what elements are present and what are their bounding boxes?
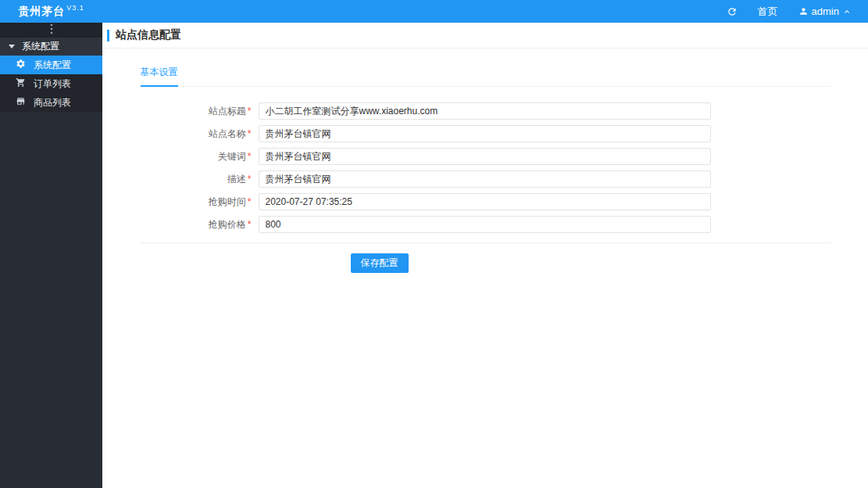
gear-icon (16, 59, 26, 71)
sidebar-group-system-config[interactable]: 系统配置 (0, 38, 102, 56)
sidebar-collapse-toggle[interactable] (0, 23, 102, 38)
required-asterisk: * (248, 219, 252, 230)
site-config-form: 站点标题* 站点名称* 关键词* 描述* 抢购时间* 抢购价格* (141, 102, 830, 233)
username: admin (812, 5, 839, 17)
field-label: 抢购时间 (209, 196, 246, 207)
field-label: 站点名称 (209, 128, 246, 139)
brand-name: 贵州茅台 (18, 5, 65, 17)
tab-basic-settings[interactable]: 基本设置 (141, 59, 178, 87)
save-config-button[interactable]: 保存配置 (351, 253, 409, 273)
chevron-up-icon (842, 7, 852, 16)
field-label: 抢购价格 (209, 219, 246, 230)
sidebar-item-gear[interactable]: 系统配置 (0, 56, 102, 74)
title-accent-bar (107, 30, 109, 41)
sidebar-item-label: 订单列表 (34, 77, 71, 91)
field-input-站点标题[interactable] (259, 102, 711, 120)
user-menu[interactable]: admin (788, 0, 862, 23)
form-row: 描述* (141, 170, 830, 188)
field-input-描述[interactable] (259, 170, 711, 188)
sidebar-item-label: 商品列表 (34, 96, 71, 109)
required-asterisk: * (248, 196, 252, 207)
page-header: 站点信息配置 (102, 23, 868, 48)
field-input-站点名称[interactable] (259, 125, 711, 142)
form-row: 站点标题* (141, 102, 830, 120)
topbar-actions: 首页 admin (716, 0, 868, 23)
home-label: 首页 (758, 5, 778, 19)
form-actions: 保存配置 (141, 253, 830, 273)
refresh-icon (727, 6, 738, 17)
field-input-抢购时间[interactable] (259, 193, 711, 210)
store-icon (16, 96, 26, 109)
brand-logo[interactable]: 贵州茅台V3.1 (0, 4, 102, 19)
vertical-dots-icon (50, 23, 53, 38)
sidebar-item-label: 系统配置 (34, 59, 71, 72)
form-divider (141, 242, 830, 243)
required-asterisk: * (248, 151, 252, 162)
field-label: 描述 (227, 174, 246, 185)
tab-bar: 基本设置 (141, 59, 830, 87)
form-row: 抢购时间* (141, 193, 830, 210)
form-row: 站点名称* (141, 125, 830, 142)
topbar: 贵州茅台V3.1 首页 admin (0, 0, 868, 23)
required-asterisk: * (248, 106, 252, 117)
settings-card: 基本设置 站点标题* 站点名称* 关键词* 描述* 抢购时间* 抢购价格* 保存… (141, 59, 830, 273)
brand-version: V3.1 (66, 4, 84, 12)
sidebar-submenu: 系统配置 订单列表 商品列表 (0, 56, 102, 112)
sidebar-item-store[interactable]: 商品列表 (0, 93, 102, 112)
field-input-关键词[interactable] (259, 148, 711, 165)
refresh-button[interactable] (716, 0, 748, 23)
field-input-抢购价格[interactable] (259, 216, 711, 233)
caret-down-icon (9, 45, 15, 48)
sidebar-group-label: 系统配置 (22, 40, 59, 53)
field-label: 站点标题 (209, 106, 246, 117)
required-asterisk: * (248, 174, 252, 185)
form-row: 抢购价格* (141, 216, 830, 233)
page-title: 站点信息配置 (116, 28, 181, 42)
required-asterisk: * (248, 128, 252, 139)
sidebar-item-cart[interactable]: 订单列表 (0, 74, 102, 93)
field-label: 关键词 (218, 151, 246, 162)
main-content: 站点信息配置 基本设置 站点标题* 站点名称* 关键词* 描述* 抢购时间* 抢… (102, 23, 868, 488)
user-icon (798, 6, 809, 16)
form-row: 关键词* (141, 148, 830, 165)
cart-icon (16, 77, 26, 90)
sidebar: 系统配置 系统配置 订单列表 商品列表 (0, 23, 102, 488)
home-link[interactable]: 首页 (748, 0, 788, 23)
